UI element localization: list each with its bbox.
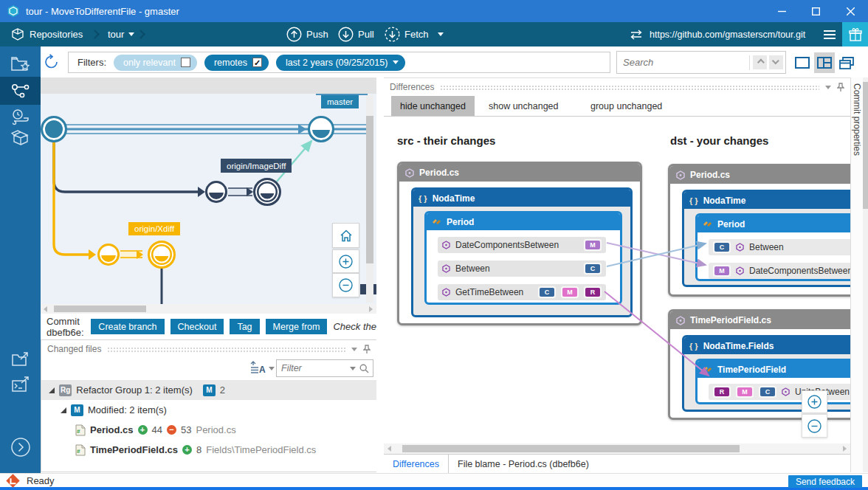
commit-node-master[interactable] — [308, 116, 334, 142]
filter-date-range[interactable]: last 2 years (09/25/2015) — [276, 55, 405, 71]
menu-button[interactable] — [824, 22, 836, 46]
graph-vertical-scrollbar[interactable] — [366, 95, 373, 303]
tag-button[interactable]: Tag — [230, 319, 259, 334]
scroll-right-arrow[interactable] — [843, 446, 847, 452]
window-vertical-scrollbar[interactable] — [863, 77, 868, 472]
commit-node-xdiff-parent[interactable] — [97, 244, 120, 266]
close-button[interactable] — [833, 0, 868, 22]
footer-tab-file-blame[interactable]: File blame - Period.cs (dbefb6e) — [449, 455, 598, 473]
fetch-button[interactable]: Fetch — [385, 22, 429, 46]
commit-node-imagediff-parent[interactable] — [205, 181, 227, 203]
src-member-between[interactable]: Between C — [438, 260, 606, 277]
checkbox-unchecked[interactable] — [181, 58, 190, 67]
src-member-gettimebetween[interactable]: GetTimeBetween C M R — [438, 284, 606, 300]
file-path: Fields\TimePeriodField.cs — [206, 444, 316, 455]
checkbox-checked[interactable]: ✓ — [252, 58, 262, 67]
layout-float-button[interactable] — [836, 52, 857, 73]
checkout-button[interactable]: Checkout — [170, 319, 224, 334]
fetch-dropdown[interactable] — [438, 22, 444, 46]
sidebar-item-packages[interactable] — [0, 124, 41, 152]
added-count: 8 — [196, 444, 202, 455]
repositories-button[interactable]: Repositories — [10, 22, 83, 46]
remote-url[interactable]: https://github.com/gmasterscm/tour.git — [650, 22, 805, 46]
src-member-datecomponentsbetween[interactable]: DateComponentsBetween M — [438, 237, 606, 253]
src-file-box[interactable]: Period.cs { } NodaTime Period — [397, 162, 642, 325]
layout-single-button[interactable] — [792, 52, 813, 73]
file-row-timeperiodfield[interactable]: # TimePeriodField.cs + 8 Fields\TimePeri… — [41, 440, 376, 460]
diff-zoom-in-button[interactable] — [802, 390, 827, 413]
scroll-right-arrow[interactable] — [369, 306, 373, 312]
dst-file-box-period[interactable]: Period.cs { } NodaTime Period — [668, 164, 850, 297]
file-row-period[interactable]: # Period.cs + 44 − 53 Period.cs — [41, 420, 376, 440]
tab-show-unchanged[interactable]: show unchanged — [480, 96, 568, 116]
commit-node-head[interactable] — [41, 116, 67, 142]
chevron-down-icon[interactable] — [825, 86, 831, 89]
graph-home-button[interactable] — [332, 223, 359, 248]
dst-class-box[interactable]: Period C Between M DateComponentsBetween — [695, 213, 850, 281]
src-namespace-box[interactable]: { } NodaTime Period DateComponentsBet — [411, 187, 633, 317]
dst-namespace-box[interactable]: { } NodaTime Period C B — [682, 190, 850, 287]
dst-member-datecomponentsbetween[interactable]: M DateComponentsBetween — [709, 263, 850, 279]
commit-node-imagediff-tip[interactable] — [253, 178, 281, 206]
branch-tag-master[interactable]: master — [321, 95, 359, 108]
whats-new-button[interactable] — [842, 22, 868, 46]
diff-zoom-out-button[interactable] — [802, 414, 827, 438]
pin-icon[interactable] — [837, 83, 844, 92]
sidebar-item-workspace[interactable] — [0, 50, 41, 78]
search-next-button[interactable] — [769, 55, 783, 69]
sort-button[interactable]: A — [249, 361, 266, 373]
file-filter-input[interactable] — [277, 363, 350, 373]
tab-hide-unchanged[interactable]: hide unchanged — [391, 96, 475, 116]
graph-zoom-in-button[interactable] — [332, 249, 359, 273]
scroll-left-arrow[interactable] — [44, 306, 47, 312]
minimize-button[interactable] — [765, 0, 799, 22]
chevron-down-icon[interactable] — [350, 367, 356, 370]
commit-properties-tab[interactable]: Commit properties — [852, 83, 862, 156]
search-input[interactable] — [617, 57, 749, 68]
src-class-box[interactable]: Period DateComponentsBetween M Between — [424, 211, 622, 305]
filter-remotes[interactable]: remotes ✓ — [204, 55, 269, 71]
graph-horizontal-scrollbar[interactable] — [41, 304, 376, 314]
refresh-button[interactable] — [43, 53, 61, 71]
commit-graph[interactable]: master origin/ImageDiff origin/Xdiff — [41, 77, 376, 314]
chevron-down-icon[interactable] — [351, 348, 357, 351]
scrollbar-thumb[interactable] — [402, 445, 740, 452]
dst-member-unitsbetween[interactable]: R M C UnitsBetween — [709, 384, 850, 400]
expander-icon[interactable] — [61, 407, 66, 413]
commit-node-xdiff-tip[interactable] — [148, 241, 176, 269]
sidebar-expand-button[interactable] — [0, 433, 41, 461]
sidebar-item-branch-explorer[interactable] — [0, 77, 41, 105]
repo-selector[interactable]: tour — [108, 22, 134, 46]
search-prev-button[interactable] — [753, 55, 767, 69]
create-branch-button[interactable]: Create branch — [91, 319, 164, 334]
graph-zoom-out-button[interactable] — [332, 273, 359, 297]
expander-icon[interactable] — [49, 387, 55, 393]
modified-group-row[interactable]: M Modified: 2 item(s) — [41, 400, 376, 420]
semantic-diff-canvas[interactable]: src - their changes dst - your changes P… — [384, 117, 850, 444]
search-icon[interactable] — [359, 364, 369, 373]
minus-circle-icon — [807, 419, 822, 433]
maximize-button[interactable] — [799, 0, 833, 22]
send-feedback-button[interactable]: Send feedback — [788, 475, 862, 488]
footer-tab-differences[interactable]: Differences — [384, 455, 449, 473]
scrollbar-thumb[interactable] — [366, 116, 373, 263]
branch-tag-xdiff[interactable]: origin/Xdiff — [128, 222, 180, 235]
layout-split-button[interactable] — [814, 52, 835, 73]
diff-horizontal-scrollbar[interactable] — [384, 444, 850, 454]
sync-remote-button[interactable] — [629, 22, 644, 46]
tab-group-unchanged[interactable]: group unchanged — [582, 96, 671, 116]
sidebar-item-open-terminal[interactable] — [0, 371, 41, 399]
push-button[interactable]: Push — [286, 22, 328, 46]
branch-tag-imagediff[interactable]: origin/ImageDiff — [221, 159, 292, 173]
refactor-group-row[interactable]: Rg Refactor Group 1: 2 item(s) M 2 — [41, 380, 376, 400]
scroll-left-arrow[interactable] — [388, 446, 391, 452]
pin-icon[interactable] — [363, 345, 371, 354]
scrollbar-thumb[interactable] — [863, 82, 868, 209]
dst-member-between[interactable]: C Between — [709, 239, 850, 255]
merge-from-button[interactable]: Merge from — [266, 319, 328, 334]
scrollbar-thumb[interactable] — [54, 306, 146, 312]
chevron-down-icon[interactable] — [269, 367, 275, 370]
pull-button[interactable]: Pull — [338, 22, 374, 46]
sidebar-item-open-folder[interactable] — [0, 345, 41, 373]
filter-only-relevant[interactable]: only relevant — [114, 55, 197, 71]
